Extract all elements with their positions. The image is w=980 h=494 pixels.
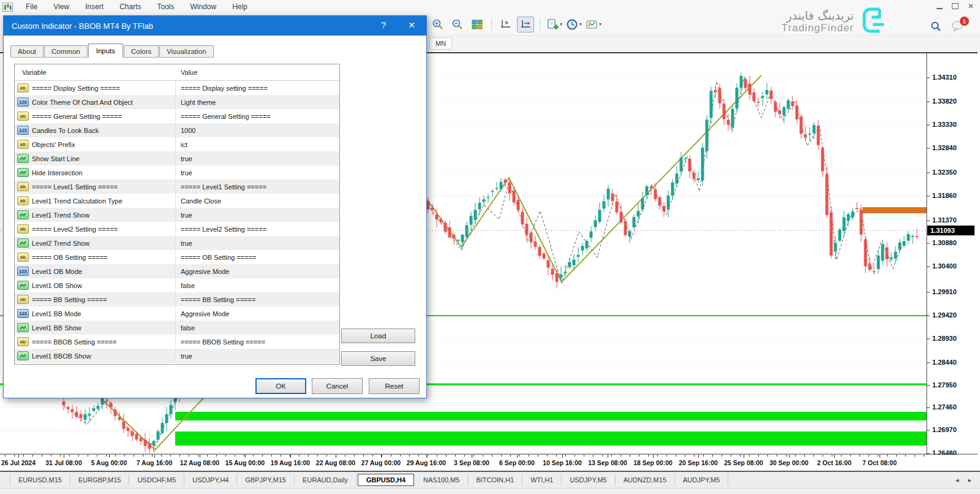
tab-scroll-right-icon[interactable]: ▸ — [968, 476, 971, 484]
param-value[interactable]: Candle Close — [176, 194, 339, 208]
param-value[interactable]: false — [176, 278, 339, 292]
chat-icon[interactable]: 1 — [951, 20, 964, 34]
menu-item-charts[interactable]: Charts — [111, 0, 149, 13]
param-value[interactable]: false — [176, 321, 339, 335]
chart-tab-eurgbp-m15[interactable]: EURGBP,M15 — [70, 474, 130, 485]
chevron-down-icon[interactable]: ▾ — [599, 21, 601, 27]
dialog-title-bar[interactable]: Custom Indicator - BBOB MT4 By TFlab ? ✕ — [4, 16, 426, 36]
reset-button[interactable]: Reset — [369, 378, 420, 394]
templates-icon[interactable]: ▾ — [585, 17, 602, 32]
zoom-in-icon[interactable] — [429, 17, 447, 32]
param-row[interactable]: ab===== Level2 Setting ========== Level2… — [15, 222, 339, 236]
minor-tick — [253, 455, 254, 457]
ok-button[interactable]: OK — [255, 378, 306, 394]
param-value[interactable]: true — [176, 349, 339, 363]
chart-tab-euraud-daily[interactable]: EURAUD,Daily — [295, 474, 356, 485]
load-button[interactable]: Load — [341, 329, 415, 343]
tile-windows-icon[interactable] — [469, 17, 486, 32]
chevron-down-icon[interactable]: ▾ — [560, 21, 562, 27]
param-value[interactable]: ===== BBOB Setting ===== — [176, 335, 339, 349]
restore-icon[interactable] — [952, 3, 959, 9]
menu-item-help[interactable]: Help — [224, 0, 255, 13]
menu-item-insert[interactable]: Insert — [77, 0, 111, 13]
menu-item-file[interactable]: File — [18, 0, 45, 13]
tab-inputs[interactable]: Inputs — [88, 44, 123, 58]
param-value[interactable]: 1000 — [176, 123, 339, 137]
param-value[interactable]: ===== Display setting ===== — [176, 81, 339, 95]
param-row[interactable]: abObjects' Prefixict — [15, 137, 339, 151]
chevron-down-icon[interactable]: ▾ — [579, 21, 582, 27]
zoom-out-icon[interactable] — [449, 17, 466, 32]
param-row[interactable]: Show Start Linetrue — [15, 151, 339, 165]
param-value[interactable]: ict — [176, 137, 339, 151]
param-row[interactable]: Level1 OB Showfalse — [15, 278, 339, 292]
param-value[interactable]: ===== Level1 Setting ===== — [176, 180, 339, 194]
chart-tab-wti-h1[interactable]: WTI,H1 — [522, 474, 562, 485]
price-axis[interactable]: 1.343101.338201.333301.328401.323501.318… — [927, 51, 980, 455]
timeframe-mn-button[interactable]: MN — [429, 37, 452, 50]
tab-visualization[interactable]: Visualization — [159, 45, 213, 58]
param-row[interactable]: 123Candles To Look Back1000 — [15, 123, 339, 137]
param-value[interactable]: Light theme — [176, 95, 339, 109]
param-row[interactable]: Level1 Trend Showtrue — [15, 208, 339, 222]
chart-tab-usdjpy-h4[interactable]: USDJPY,H4 — [184, 474, 237, 485]
param-row[interactable]: 123Level1 OB ModeAggresive Mode — [15, 264, 339, 278]
chart-tab-usdchf-m5[interactable]: USDCHF,M5 — [129, 474, 184, 485]
menu-item-tools[interactable]: Tools — [149, 0, 183, 13]
minor-tick — [152, 455, 153, 457]
menu-item-window[interactable]: Window — [183, 0, 225, 13]
param-value[interactable]: true — [176, 151, 339, 165]
cancel-button[interactable]: Cancel — [312, 378, 363, 394]
tab-about[interactable]: About — [10, 45, 43, 58]
param-row[interactable]: Hide Intersectiontrue — [15, 165, 339, 180]
param-row[interactable]: 123Color Theme Of Chart And ObjectLight … — [15, 95, 339, 109]
param-row[interactable]: ab===== BBOB Setting ========== BBOB Set… — [15, 335, 339, 349]
chart-tab-bitcoin-h1[interactable]: BITCOIN,H1 — [468, 474, 522, 485]
tab-common[interactable]: Common — [44, 45, 88, 58]
dialog-help-icon[interactable]: ? — [381, 20, 386, 30]
param-value[interactable]: true — [176, 165, 339, 180]
param-row[interactable]: Level1 BBOB Showtrue — [15, 349, 339, 363]
chart-tab-gbpjpy-m15[interactable]: GBPJPY,M15 — [237, 474, 294, 485]
minimize-icon[interactable] — [937, 8, 943, 9]
tab-colors[interactable]: Colors — [124, 45, 159, 58]
param-row[interactable]: ab===== OB Setting ========== OB Setting… — [15, 250, 339, 264]
param-row[interactable]: 123Level1 BB ModeAggresive Mode — [15, 306, 339, 321]
param-row[interactable]: Level2 Trend Showtrue — [15, 236, 339, 250]
chart-tab-eurusd-m15[interactable]: EURUSD,M15 — [10, 474, 70, 485]
minor-tick — [225, 455, 226, 457]
chart-tab-nas100-m5[interactable]: NAS100,M5 — [415, 474, 468, 485]
menu-item-view[interactable]: View — [45, 0, 77, 13]
param-value[interactable]: true — [176, 208, 339, 222]
param-value[interactable]: ===== OB Setting ===== — [176, 250, 339, 264]
param-row[interactable]: abLevel1 Trend Calculation TypeCandle Cl… — [15, 194, 339, 208]
search-icon[interactable] — [930, 21, 941, 34]
param-row[interactable]: ab===== General Setting ========== Gener… — [15, 109, 339, 123]
chart-shift-icon[interactable] — [497, 17, 514, 32]
minor-tick — [777, 455, 777, 457]
param-row[interactable]: ab===== BB Setting ========== BB Setting… — [15, 292, 339, 306]
param-row[interactable]: ab===== Display Setting ========== Displ… — [15, 81, 339, 95]
auto-scroll-icon[interactable] — [517, 17, 534, 32]
param-value[interactable]: ===== General Setting ===== — [176, 109, 339, 123]
price-axis-label: 1.32350 — [932, 169, 957, 176]
chart-tab-audjpy-m5[interactable]: AUDJPY,M5 — [675, 474, 728, 485]
chart-tab-audnzd-m15[interactable]: AUDNZD,M15 — [616, 474, 675, 485]
param-value[interactable]: Aggresive Mode — [176, 264, 339, 278]
param-value[interactable]: Aggresive Mode — [176, 306, 339, 321]
date-axis[interactable]: 26 Jul 202431 Jul 08:005 Aug 00:007 Aug … — [0, 455, 980, 471]
param-row[interactable]: Level1 BB Showfalse — [15, 321, 339, 335]
tab-scroll-left-icon[interactable]: ◂ — [956, 476, 959, 484]
dialog-close-icon[interactable]: ✕ — [408, 20, 415, 30]
chart-tab-gbpusd-h4[interactable]: GBPUSD,H4 — [358, 474, 414, 486]
param-value[interactable]: ===== BB Setting ===== — [176, 292, 339, 306]
save-button[interactable]: Save — [341, 351, 415, 366]
periods-icon[interactable]: ▾ — [565, 17, 582, 32]
new-indicator-icon[interactable]: ▾ — [546, 17, 563, 32]
chart-tab-usdjpy-m5[interactable]: USDJPY,M5 — [562, 474, 615, 485]
param-value[interactable]: true — [176, 236, 339, 250]
close-icon[interactable]: ✕ — [968, 2, 974, 10]
param-row[interactable]: ab===== Level1 Setting ========== Level1… — [15, 180, 339, 194]
major-tick — [472, 455, 472, 458]
param-value[interactable]: ===== Level2 Setting ===== — [176, 222, 339, 236]
